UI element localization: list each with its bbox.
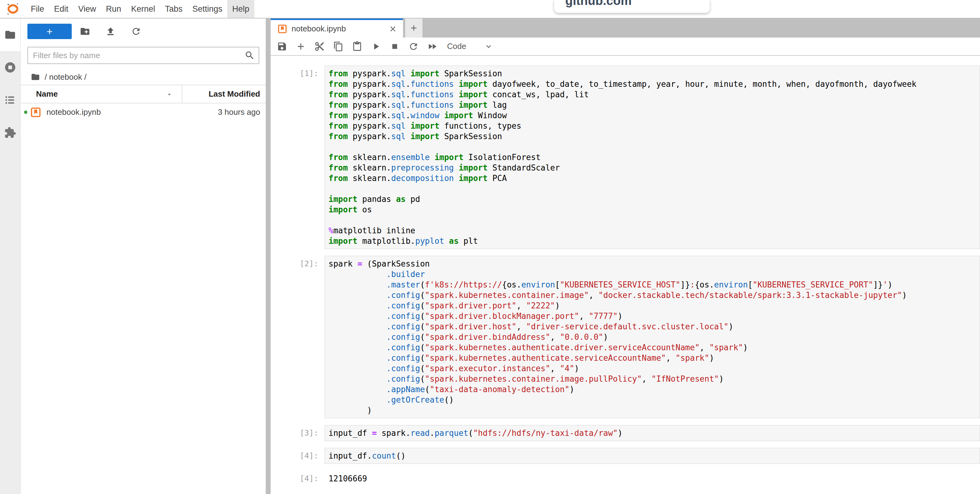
code-cell: [1]:from pyspark.sql import SparkSession…	[270, 65, 980, 249]
puzzle-icon	[4, 127, 16, 139]
sidebar-tab-running[interactable]	[0, 51, 20, 84]
cell-type-dropdown[interactable]: Code	[447, 41, 466, 51]
menu-item-help[interactable]: Help	[227, 0, 254, 18]
tab-notebook[interactable]: notebook.ipynb	[270, 19, 403, 38]
code-cell: [4]:input_df.count()	[270, 448, 980, 464]
toc-list-icon	[4, 94, 16, 106]
output-area: [4]:12106669	[270, 470, 980, 484]
menu-item-file[interactable]: File	[26, 0, 49, 18]
output-text: 12106669	[325, 470, 980, 484]
tab-bar: notebook.ipynb	[266, 19, 980, 38]
new-launcher-button[interactable]: +	[27, 24, 72, 39]
notebook-cells: [1]:from pyspark.sql import SparkSession…	[270, 56, 980, 494]
interrupt-kernel-button[interactable]	[390, 41, 400, 52]
file-browser-panel: + / notebook / Name	[21, 19, 266, 494]
refresh-button[interactable]	[131, 26, 141, 37]
menu-item-view[interactable]: View	[73, 0, 101, 18]
close-icon	[388, 25, 397, 33]
notebook-file-icon	[30, 107, 41, 118]
restart-run-all-button[interactable]	[427, 41, 438, 52]
menu-item-tabs[interactable]: Tabs	[160, 0, 188, 18]
name-column-label: Name	[36, 89, 58, 99]
chevron-down-icon[interactable]	[484, 42, 493, 51]
sidebar-tab-files[interactable]	[0, 19, 20, 51]
breadcrumb[interactable]: / notebook /	[31, 70, 86, 84]
new-folder-button[interactable]	[80, 26, 90, 37]
input-prompt: [1]:	[270, 65, 325, 249]
notebook-panel: Code [1]:from pyspark.sql import SparkSe…	[270, 38, 980, 494]
sidebar-tab-stripe	[0, 19, 21, 494]
column-header-modified[interactable]: Last Modified	[181, 85, 266, 103]
sidebar-tab-toc[interactable]	[0, 84, 20, 116]
restart-kernel-button[interactable]	[408, 41, 419, 52]
run-cell-button[interactable]	[371, 41, 381, 52]
modified-column-label: Last Modified	[208, 89, 260, 99]
jupyter-logo-icon	[6, 2, 20, 16]
breadcrumb-path: / notebook /	[45, 72, 86, 82]
popup-text: github.com	[565, 0, 632, 8]
search-icon	[245, 50, 255, 60]
insert-cell-button[interactable]	[296, 41, 306, 52]
cell-editor[interactable]: spark = (SparkSession .builder .master(f…	[325, 256, 980, 418]
menu-item-run[interactable]: Run	[101, 0, 126, 18]
file-name: notebook.ipynb	[46, 107, 101, 117]
running-kernel-dot	[24, 111, 27, 114]
copy-cells-button[interactable]	[333, 41, 344, 52]
menu-item-kernel[interactable]: Kernel	[126, 0, 160, 18]
new-tab-button[interactable]	[405, 19, 422, 38]
cell-editor[interactable]: input_df = spark.read.parquet("hdfs://hd…	[325, 425, 980, 441]
menu-items: FileEditViewRunKernelTabsSettingsHelp	[26, 0, 254, 18]
menu-item-edit[interactable]: Edit	[49, 0, 73, 18]
menu-item-settings[interactable]: Settings	[188, 0, 228, 18]
tab-label: notebook.ipynb	[291, 24, 346, 33]
tab-close-button[interactable]	[388, 24, 398, 34]
notebook-file-icon	[277, 24, 287, 34]
file-list-item-notebook[interactable]: notebook.ipynb 3 hours ago	[21, 103, 266, 122]
cut-cells-button[interactable]	[314, 41, 325, 52]
file-list-header: Name Last Modified	[21, 85, 266, 103]
notebook-toolbar: Code	[270, 38, 980, 56]
code-cell: [2]:spark = (SparkSession .builder .mast…	[270, 256, 980, 418]
upload-button[interactable]	[105, 26, 116, 37]
sort-caret-up-icon	[165, 91, 173, 98]
plus-icon	[409, 24, 418, 33]
cell-editor[interactable]: input_df.count()	[325, 448, 980, 464]
output-prompt: [4]:	[270, 470, 325, 484]
jupyter-logo	[0, 0, 26, 18]
menu-bar: FileEditViewRunKernelTabsSettingsHelp	[0, 0, 980, 19]
input-prompt: [4]:	[270, 448, 325, 464]
filter-files-input[interactable]	[28, 51, 245, 60]
filter-files-box	[27, 47, 259, 64]
column-header-name[interactable]: Name	[21, 89, 181, 99]
jupyterlab-window: FileEditViewRunKernelTabsSettingsHelp gi…	[0, 0, 980, 494]
home-folder-icon	[31, 72, 40, 81]
paste-cells-button[interactable]	[352, 41, 363, 52]
stop-circle-icon	[4, 61, 16, 73]
sidebar-tab-extensions[interactable]	[0, 116, 20, 149]
save-button[interactable]	[277, 41, 287, 52]
dock-panel: notebook.ipynb	[266, 19, 980, 494]
input-prompt: [3]:	[270, 425, 325, 441]
file-browser-toolbar	[80, 26, 141, 37]
cell-editor[interactable]: from pyspark.sql import SparkSession fro…	[325, 65, 980, 249]
folder-icon	[4, 29, 16, 41]
code-cell: [3]:input_df = spark.read.parquet("hdfs:…	[270, 425, 980, 441]
input-prompt: [2]:	[270, 256, 325, 418]
browser-popup: github.com	[554, 0, 710, 13]
file-modified: 3 hours ago	[218, 107, 266, 117]
